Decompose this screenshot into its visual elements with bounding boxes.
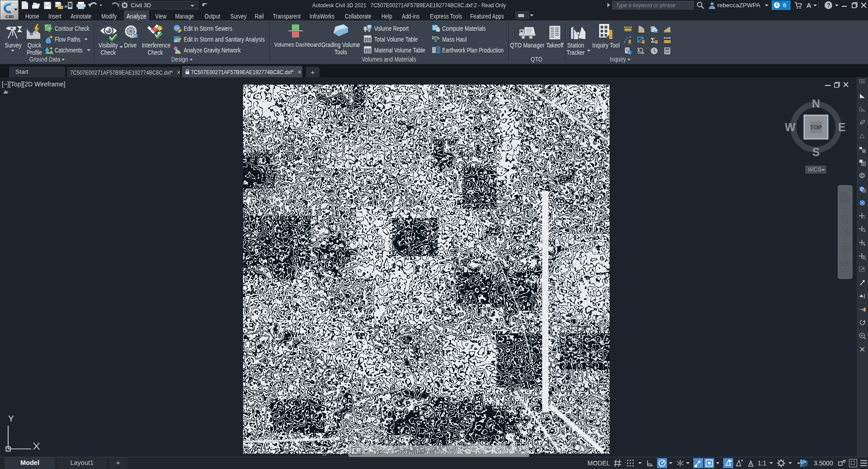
svg-text:A: A xyxy=(863,229,866,232)
svg-text:E: E xyxy=(838,121,846,133)
svg-text:?: ? xyxy=(827,2,830,9)
svg-text:N: N xyxy=(812,97,820,110)
svg-text:C3D: C3D xyxy=(5,14,14,19)
svg-text:S: S xyxy=(812,146,820,158)
svg-text:TOP: TOP xyxy=(810,124,821,131)
svg-text:Σ: Σ xyxy=(651,37,655,44)
svg-text:#: # xyxy=(863,216,865,219)
svg-text:W: W xyxy=(785,121,796,133)
svg-text:Y: Y xyxy=(8,414,14,423)
svg-text:i: i xyxy=(629,51,630,55)
